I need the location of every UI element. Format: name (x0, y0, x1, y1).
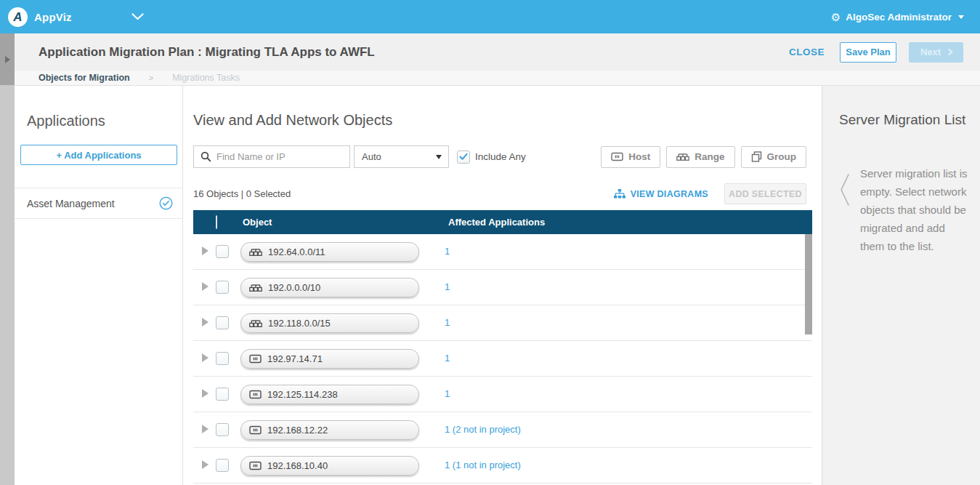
filter-row: Auto Include Any (193, 145, 822, 168)
affected-applications-link[interactable]: 1 (2 not in project) (445, 424, 521, 435)
view-diagrams-link[interactable]: VIEW DIAGRAMS (614, 189, 708, 199)
search-icon (201, 151, 211, 162)
affected-applications-link[interactable]: 1 (445, 281, 450, 292)
network-object-pill: 192.64.0.0/11 (240, 242, 419, 262)
check-circle-icon (159, 196, 173, 210)
app-switcher-chevron-down-icon[interactable] (131, 13, 144, 20)
row-checkbox[interactable] (216, 352, 229, 365)
range-icon (249, 247, 262, 257)
object-type-buttons: Host Range (601, 146, 806, 168)
network-object-pill: 192.125.114.238 (240, 385, 419, 404)
network-object-pill: 192.168.10.40 (240, 456, 419, 476)
host-icon (249, 461, 262, 470)
objects-summary: 16 Objects | 0 Selected (193, 188, 291, 199)
collapsed-side-strip-header (0, 33, 15, 85)
network-objects-table: Object Affected Applications (193, 210, 812, 484)
host-button-label: Host (628, 151, 650, 162)
checkmark-icon (459, 153, 468, 161)
filter-type-dropdown[interactable]: Auto (354, 145, 449, 168)
collapse-panel-chevron-left-icon[interactable] (839, 173, 851, 207)
table-row: 192.125.114.238 1 (193, 377, 812, 412)
object-pill-label: 192.118.0.0/15 (268, 318, 331, 329)
expand-row-arrow-icon[interactable] (202, 246, 208, 255)
expand-row-arrow-icon[interactable] (202, 389, 208, 398)
row-checkbox[interactable] (216, 459, 229, 472)
host-button[interactable]: Host (601, 146, 660, 168)
include-any-checkbox[interactable] (457, 151, 470, 164)
include-any-label: Include Any (475, 151, 526, 162)
object-pill-label: 192.168.10.40 (267, 460, 328, 471)
row-checkbox[interactable] (216, 388, 229, 401)
select-all-checkbox[interactable] (216, 215, 217, 229)
row-checkbox[interactable] (216, 281, 229, 294)
affected-applications-link[interactable]: 1 (445, 388, 450, 399)
breadcrumb-objects-for-migration[interactable]: Objects for Migration (39, 73, 130, 83)
applications-list: Asset Management (15, 188, 182, 219)
range-button[interactable]: Range (666, 146, 734, 168)
affected-applications-link[interactable]: 1 (445, 246, 450, 257)
sidebar-title: Applications (27, 113, 182, 129)
range-icon (676, 152, 689, 161)
breadcrumb-migrations-tasks[interactable]: Migrations Tasks (172, 73, 240, 83)
affected-applications-link[interactable]: 1 (445, 317, 450, 328)
table-row: 192.64.0.0/11 1 (193, 234, 812, 270)
range-icon (249, 318, 262, 328)
table-row: 192.97.14.71 1 (193, 341, 812, 377)
add-applications-button[interactable]: + Add Applications (20, 145, 177, 165)
add-selected-button[interactable]: ADD SELECTED (724, 183, 806, 204)
row-checkbox[interactable] (216, 316, 229, 329)
main-panel: View and Add Network Objects Auto (183, 86, 822, 485)
search-input[interactable] (216, 151, 349, 162)
next-button[interactable]: Next (909, 42, 963, 63)
network-object-pill: 192.0.0.0/10 (240, 278, 419, 297)
user-menu[interactable]: ⚙ AlgoSec Administrator (831, 12, 964, 23)
user-menu-caret-icon (958, 15, 964, 19)
expand-row-arrow-icon[interactable] (202, 282, 208, 291)
sidebar-item-asset-management[interactable]: Asset Management (15, 188, 182, 219)
close-link[interactable]: CLOSE (789, 47, 825, 57)
diagram-icon (614, 189, 625, 199)
row-checkbox[interactable] (216, 245, 229, 258)
network-object-pill: 192.118.0.0/15 (240, 313, 419, 333)
expand-row-arrow-icon[interactable] (202, 460, 208, 469)
range-icon (249, 283, 262, 292)
network-object-pill: 192.97.14.71 (240, 349, 419, 369)
table-scrollbar-thumb[interactable] (805, 234, 812, 334)
topbar: A AppViz ⚙ AlgoSec Administrator (0, 0, 980, 33)
dropdown-selected-value: Auto (362, 151, 436, 162)
main-title: View and Add Network Objects (193, 112, 822, 129)
expand-row-arrow-icon[interactable] (202, 318, 208, 326)
row-checkbox[interactable] (216, 423, 229, 436)
application-name: Asset Management (27, 198, 115, 209)
object-pill-label: 192.125.114.238 (267, 389, 338, 400)
network-object-pill: 192.168.12.22 (240, 420, 419, 440)
host-icon (249, 354, 262, 364)
appviz-logo-icon: A (8, 7, 28, 27)
breadcrumb: Objects for Migration > Migrations Tasks (15, 71, 980, 86)
plan-actions: CLOSE Save Plan Next (789, 42, 963, 63)
column-header-affected-applications: Affected Applications (448, 217, 545, 228)
applications-sidebar: Applications + Add Applications Asset Ma… (15, 86, 183, 485)
app-name: AppViz (34, 11, 72, 23)
group-icon (751, 151, 762, 162)
summary-row: 16 Objects | 0 Selected VIEW DIAGRAMS AD… (193, 183, 822, 204)
host-icon (249, 425, 262, 435)
group-button[interactable]: Group (741, 146, 807, 168)
table-header: Object Affected Applications (193, 210, 812, 234)
expand-row-arrow-icon[interactable] (202, 353, 208, 362)
object-pill-label: 192.0.0.0/10 (268, 282, 320, 293)
affected-applications-link[interactable]: 1 (1 not in project) (445, 460, 521, 470)
range-button-label: Range (694, 151, 724, 162)
dropdown-arrow-icon (436, 155, 442, 159)
empty-state: Server migration list is empty. Select n… (839, 164, 968, 255)
next-chevron-right-icon (946, 49, 953, 56)
expand-row-arrow-icon[interactable] (202, 425, 208, 433)
column-header-object: Object (243, 217, 272, 228)
save-plan-button[interactable]: Save Plan (840, 42, 896, 63)
expand-panel-arrow-icon[interactable] (5, 56, 10, 63)
gear-icon: ⚙ (831, 12, 841, 23)
affected-applications-link[interactable]: 1 (445, 353, 450, 364)
host-icon (249, 390, 262, 399)
plan-header: Application Migration Plan : Migrating T… (15, 33, 980, 71)
group-button-label: Group (767, 151, 797, 162)
